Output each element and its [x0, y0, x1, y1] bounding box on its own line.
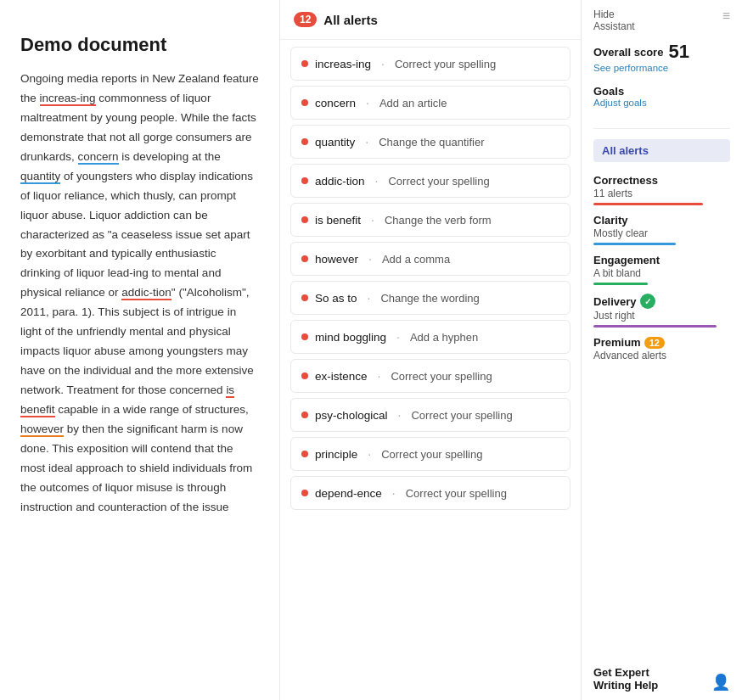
- document-panel: Demo document Ongoing media reports in N…: [0, 0, 280, 700]
- alert-dot: [301, 333, 308, 340]
- highlight-addic-tion[interactable]: addic-tion: [121, 286, 171, 300]
- alert-action: Correct your spelling: [411, 409, 512, 422]
- document-body: Ongoing media reports in New Zealand fea…: [20, 70, 259, 518]
- alert-action: Change the quantifier: [379, 136, 484, 148]
- metric-bar: [593, 203, 703, 205]
- alert-word: mind boggling: [315, 331, 386, 344]
- metrics-container: Correctness11 alertsClarityMostly clearE…: [593, 174, 730, 376]
- metric-item[interactable]: EngagementA bit bland: [593, 254, 730, 285]
- alert-item[interactable]: mind boggling·Add a hyphen: [290, 320, 571, 354]
- premium-badge: 12: [644, 337, 665, 349]
- alert-word: ex-istence: [315, 370, 368, 383]
- alert-sep: ·: [381, 57, 385, 70]
- alert-sep: ·: [368, 252, 372, 266]
- alert-item[interactable]: is benefit·Change the verb form: [290, 203, 571, 237]
- alert-sep: ·: [368, 291, 371, 305]
- highlight-is-benefit[interactable]: is benefit: [20, 384, 234, 417]
- alert-action: Correct your spelling: [388, 175, 489, 188]
- metric-item[interactable]: Delivery✓Just right: [593, 294, 730, 328]
- metric-sub: Just right: [593, 310, 730, 322]
- alert-sep: ·: [396, 330, 400, 344]
- alerts-badge: 12: [294, 12, 317, 27]
- divider: [593, 128, 730, 129]
- alert-dot: [301, 255, 308, 262]
- adjust-goals-link[interactable]: Adjust goals: [593, 98, 730, 108]
- alert-dot: [301, 451, 308, 457]
- alert-item[interactable]: principle·Correct your spelling: [290, 437, 571, 471]
- score-value: 51: [668, 41, 689, 63]
- alert-dot: [301, 490, 308, 496]
- alert-word: So as to: [315, 292, 357, 305]
- assistant-panel: Hide Assistant ≡ Overall score 51 See pe…: [582, 0, 742, 700]
- alert-item[interactable]: depend-ence·Correct your spelling: [290, 476, 571, 510]
- alert-item[interactable]: quantity·Change the quantifier: [290, 125, 571, 159]
- alert-dot: [301, 60, 308, 67]
- alerts-panel: 12 All alerts increas-ing·Correct your s…: [280, 0, 582, 700]
- hide-assistant-group: Hide Assistant: [593, 8, 635, 32]
- alert-word: quantity: [315, 136, 355, 148]
- highlight-increas-ing[interactable]: increas-ing: [40, 92, 96, 106]
- alert-action: Correct your spelling: [381, 448, 482, 461]
- score-row: Overall score 51: [593, 41, 730, 63]
- menu-icon[interactable]: ≡: [722, 8, 730, 24]
- alert-item[interactable]: So as to·Change the wording: [290, 281, 571, 315]
- alert-dot: [301, 372, 308, 379]
- alert-word: increas-ing: [315, 58, 371, 70]
- highlight-concern[interactable]: concern: [78, 150, 119, 165]
- document-title: Demo document: [20, 34, 259, 56]
- metric-bar: [593, 243, 676, 245]
- alert-item[interactable]: concern·Add an article: [290, 86, 571, 120]
- alert-item[interactable]: ex-istence·Correct your spelling: [290, 359, 571, 393]
- alert-action: Add an article: [379, 97, 447, 109]
- see-performance-link[interactable]: See performance: [593, 63, 730, 73]
- alert-action: Correct your spelling: [406, 487, 507, 500]
- get-expert-title: Get Expert: [593, 666, 658, 679]
- metric-sub: 11 alerts: [593, 188, 730, 199]
- check-icon: ✓: [640, 294, 655, 309]
- alert-word: however: [315, 253, 358, 266]
- goals-label: Goals: [593, 85, 730, 98]
- metric-name: Premium12: [593, 336, 730, 349]
- alerts-list: increas-ing·Correct your spellingconcern…: [280, 40, 581, 700]
- metric-item[interactable]: ClarityMostly clear: [593, 214, 730, 245]
- alert-action: Correct your spelling: [391, 370, 492, 383]
- all-alerts-button[interactable]: All alerts: [593, 139, 730, 162]
- alert-item[interactable]: addic-tion·Correct your spelling: [290, 164, 571, 198]
- alert-item[interactable]: increas-ing·Correct your spelling: [290, 47, 571, 81]
- alert-action: Change the wording: [380, 292, 479, 305]
- metric-sub: A bit bland: [593, 267, 730, 279]
- metric-item[interactable]: Premium12Advanced alerts: [593, 336, 730, 367]
- metric-sub: Advanced alerts: [593, 350, 730, 361]
- hide-button[interactable]: Hide Assistant: [593, 8, 635, 32]
- alert-word: concern: [315, 97, 356, 109]
- metric-item[interactable]: Correctness11 alerts: [593, 174, 730, 205]
- alert-word: psy-chological: [315, 409, 388, 422]
- metric-name: Correctness: [593, 174, 730, 187]
- expert-icon[interactable]: 👤: [711, 673, 730, 692]
- alert-item[interactable]: however·Add a comma: [290, 242, 571, 276]
- alert-sep: ·: [398, 408, 402, 422]
- metric-name: Engagement: [593, 254, 730, 266]
- alert-dot: [301, 99, 308, 106]
- highlight-quantity[interactable]: quantity: [20, 170, 60, 184]
- writing-help-label: Writing Help: [593, 679, 658, 692]
- alert-dot: [301, 138, 308, 145]
- highlight-however[interactable]: however: [20, 423, 64, 437]
- alert-sep: ·: [371, 213, 374, 227]
- alerts-title: All alerts: [323, 13, 377, 27]
- alert-sep: ·: [365, 135, 368, 148]
- alert-sep: ·: [368, 447, 371, 461]
- alert-sep: ·: [392, 486, 396, 500]
- alert-action: Add a hyphen: [410, 331, 478, 344]
- alerts-header: 12 All alerts: [280, 0, 581, 40]
- alert-action: Add a comma: [382, 253, 450, 266]
- alert-word: depend-ence: [315, 487, 382, 500]
- alert-sep: ·: [375, 174, 379, 188]
- alert-dot: [301, 412, 308, 418]
- metric-name: Clarity: [593, 214, 730, 227]
- alert-item[interactable]: psy-chological·Correct your spelling: [290, 398, 571, 432]
- alert-action: Correct your spelling: [395, 58, 496, 70]
- alert-dot: [301, 294, 308, 301]
- metric-bar: [593, 283, 648, 285]
- goals-section: Goals Adjust goals: [593, 85, 730, 108]
